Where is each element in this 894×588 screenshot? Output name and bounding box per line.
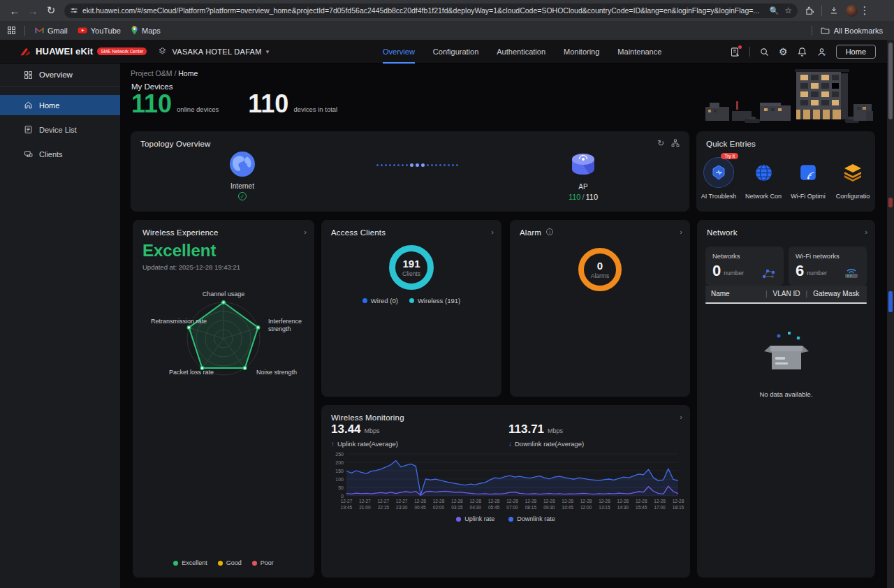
quick-entry-ai-troubleshooting[interactable]: Try It AI Troublesh bbox=[698, 156, 740, 200]
bookmarks-bar: Gmail YouTube Maps All Bookmarks bbox=[0, 21, 894, 40]
brand-badge: SME Network Center bbox=[97, 47, 147, 55]
svg-text:21:00: 21:00 bbox=[359, 505, 371, 510]
back-icon[interactable]: ← bbox=[6, 5, 24, 17]
open-network-icon[interactable]: › bbox=[865, 228, 867, 236]
tab-monitoring[interactable]: Monitoring bbox=[564, 40, 599, 64]
legend-poor[interactable]: Poor bbox=[252, 559, 274, 566]
page-scrollbar[interactable] bbox=[887, 40, 894, 588]
ap-device-icon bbox=[569, 151, 597, 179]
topology-card-actions: ↻ bbox=[657, 138, 680, 148]
home-button[interactable]: Home bbox=[836, 45, 876, 59]
quick-entries-card: Quick Entries Try It AI Troublesh bbox=[696, 131, 875, 212]
tab-authentication[interactable]: Authentication bbox=[497, 40, 545, 64]
breadcrumb-parent[interactable]: Project O&M bbox=[131, 69, 173, 78]
bookmark-maps[interactable]: Maps bbox=[131, 26, 161, 35]
menu-kebab-icon[interactable]: ⋮ bbox=[858, 4, 872, 17]
devices-stats: 110 online devices 110 devices in total bbox=[131, 91, 337, 117]
sitemap-icon[interactable] bbox=[671, 139, 680, 147]
svg-text:12-28: 12-28 bbox=[673, 499, 684, 504]
access-clients-card: Access Clients › 191 Clients Wired (0) W… bbox=[321, 220, 501, 397]
sidebar-item-device-list[interactable]: Device List bbox=[0, 119, 120, 140]
refresh-topology-icon[interactable]: ↻ bbox=[657, 138, 664, 148]
search-icon[interactable] bbox=[759, 47, 770, 57]
legend-wired[interactable]: Wired (0) bbox=[362, 297, 398, 304]
tab-configuration[interactable]: Configuration bbox=[433, 40, 478, 64]
topology-node-ap[interactable]: AP 110/110 bbox=[568, 151, 599, 201]
legend-excellent[interactable]: Excellent bbox=[173, 559, 207, 566]
open-wireless-experience-icon[interactable]: › bbox=[304, 228, 307, 236]
device-list-icon bbox=[24, 125, 33, 134]
tab-overview[interactable]: Overview bbox=[383, 40, 415, 64]
open-alarm-icon[interactable]: › bbox=[680, 228, 682, 236]
clients-icon bbox=[24, 149, 33, 159]
maps-icon bbox=[131, 26, 138, 35]
breadcrumb-current: Home bbox=[178, 69, 198, 78]
svg-text:12-28: 12-28 bbox=[543, 499, 555, 504]
open-wireless-monitoring-icon[interactable]: › bbox=[680, 413, 682, 421]
svg-text:12-28: 12-28 bbox=[469, 499, 481, 504]
legend-wireless[interactable]: Wireless (191) bbox=[409, 297, 460, 304]
bookmark-gmail[interactable]: Gmail bbox=[35, 27, 68, 35]
gear-icon[interactable]: ⚙ bbox=[779, 46, 788, 57]
networks-stat-tile[interactable]: Networks 0 number bbox=[705, 247, 784, 286]
scrollbar-marker bbox=[888, 198, 893, 207]
main-content: Project O&M / Home My Devices 110 online… bbox=[120, 64, 894, 588]
svg-text:12-28: 12-28 bbox=[617, 499, 629, 504]
forward-icon[interactable]: → bbox=[24, 5, 42, 17]
radar-axis-channel-usage: Channel usage bbox=[175, 291, 272, 298]
scrollbar-thumb[interactable] bbox=[888, 43, 893, 119]
svg-text:12-27: 12-27 bbox=[341, 499, 353, 504]
quick-entry-network-configuration[interactable]: Network Con bbox=[742, 156, 784, 200]
svg-text:18:15: 18:15 bbox=[673, 505, 684, 510]
zoom-page-icon[interactable]: 🔍 bbox=[770, 6, 779, 15]
site-settings-icon[interactable] bbox=[70, 6, 78, 15]
wifi-networks-stat-tile[interactable]: Wi-Fi networks 6 number bbox=[789, 247, 867, 286]
tab-maintenance[interactable]: Maintenance bbox=[617, 40, 661, 64]
sidebar-section-overview[interactable]: Overview bbox=[0, 64, 120, 87]
internet-globe-icon bbox=[229, 151, 256, 177]
info-icon[interactable]: i bbox=[546, 228, 553, 235]
profile-avatar[interactable] bbox=[846, 5, 858, 17]
table-scrollbar[interactable] bbox=[705, 302, 867, 304]
quick-entry-configuration[interactable]: Configuratio bbox=[832, 156, 874, 200]
address-bar[interactable]: ekit.huawei.com/#/smeCloud/Platform?plat… bbox=[64, 3, 798, 18]
radar-axis-noise-strength: Noise strength bbox=[242, 369, 312, 376]
svg-text:50: 50 bbox=[338, 485, 344, 490]
svg-text:09:30: 09:30 bbox=[543, 505, 555, 510]
svg-text:12-28: 12-28 bbox=[636, 499, 647, 504]
quick-entry-wifi-optimization[interactable]: Wi-Fi Optimi bbox=[787, 156, 829, 200]
svg-text:22:15: 22:15 bbox=[378, 505, 390, 510]
legend-good[interactable]: Good bbox=[218, 559, 242, 566]
svg-text:03:15: 03:15 bbox=[451, 505, 463, 510]
alarm-card: Alarm i › 0 Alarms bbox=[510, 220, 690, 397]
download-icon[interactable] bbox=[829, 6, 839, 15]
svg-text:12-27: 12-27 bbox=[377, 499, 389, 504]
site-selector[interactable]: VASAKA HOTEL DAFAM ▾ bbox=[158, 47, 269, 56]
bookmark-star-icon[interactable]: ☆ bbox=[784, 6, 792, 15]
legend-downlink-rate[interactable]: Downlink rate bbox=[508, 515, 555, 522]
tasks-icon[interactable] bbox=[730, 47, 740, 57]
bell-icon[interactable] bbox=[797, 47, 807, 57]
all-bookmarks-button[interactable]: All Bookmarks bbox=[803, 21, 883, 40]
apps-grid-icon[interactable] bbox=[7, 26, 16, 35]
svg-text:12-28: 12-28 bbox=[433, 499, 445, 504]
card-title: Alarm bbox=[520, 228, 541, 237]
legend-uplink-rate[interactable]: Uplink rate bbox=[456, 515, 494, 522]
svg-text:12-28: 12-28 bbox=[525, 499, 537, 504]
topology-node-internet[interactable]: Internet ✓ bbox=[227, 151, 258, 200]
account-icon[interactable] bbox=[816, 47, 827, 57]
refresh-icon[interactable]: ↻ bbox=[42, 4, 60, 17]
bookmark-youtube[interactable]: YouTube bbox=[78, 27, 121, 35]
wireless-experience-updated: Updated at: 2025-12-28 19:43:21 bbox=[142, 263, 240, 271]
toolbar-divider bbox=[821, 6, 822, 16]
sidebar-item-home[interactable]: Home bbox=[0, 95, 120, 115]
browser-toolbar: ← → ↻ ekit.huawei.com/#/smeCloud/Platfor… bbox=[0, 0, 894, 21]
open-access-clients-icon[interactable]: › bbox=[491, 228, 494, 236]
radar-axis-retransmission-rate: Retransmission rate bbox=[149, 318, 207, 325]
bookmarks-divider bbox=[24, 26, 25, 36]
wireless-experience-card: Wireless Experience › Excellent Updated … bbox=[133, 220, 314, 578]
extensions-icon[interactable] bbox=[805, 6, 814, 15]
gmail-icon bbox=[35, 27, 44, 34]
notification-dot bbox=[738, 45, 742, 49]
sidebar-item-clients[interactable]: Clients bbox=[0, 144, 120, 164]
